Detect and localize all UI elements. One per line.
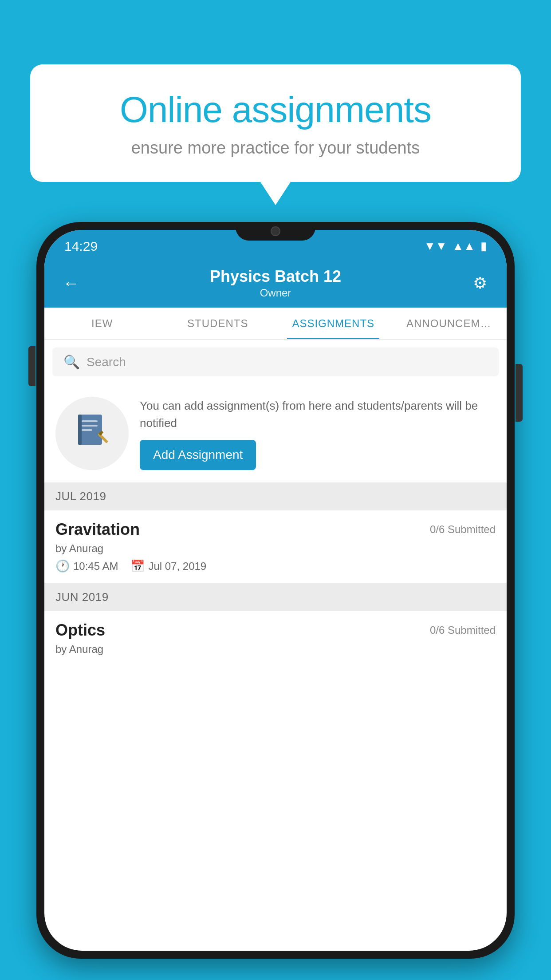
clock-icon: 🕐: [55, 559, 70, 573]
search-input[interactable]: Search: [87, 355, 126, 369]
assignment-optics[interactable]: Optics 0/6 Submitted by Anurag: [44, 611, 507, 670]
assignment-row1-optics: Optics 0/6 Submitted: [55, 621, 496, 640]
tab-iew[interactable]: IEW: [44, 308, 160, 339]
tab-students[interactable]: STUDENTS: [160, 308, 276, 339]
speech-bubble-subtitle: ensure more practice for your students: [61, 138, 490, 158]
promo-description: You can add assignment(s) from here and …: [140, 397, 496, 432]
assignment-by-gravitation: by Anurag: [55, 542, 496, 555]
signal-icon: ▲▲: [453, 239, 475, 253]
section-jul-2019: JUL 2019: [44, 482, 507, 510]
search-container: 🔍 Search: [44, 340, 507, 384]
app-header: ← Physics Batch 12 Owner ⚙: [44, 259, 507, 308]
speech-bubble-title: Online assignments: [61, 89, 490, 130]
calendar-icon: 📅: [130, 559, 145, 573]
settings-icon[interactable]: ⚙: [467, 274, 493, 292]
status-icons: ▼▼ ▲▲ ▮: [424, 239, 487, 253]
batch-title: Physics Batch 12: [84, 267, 467, 286]
svg-rect-2: [82, 420, 98, 422]
header-title-block: Physics Batch 12 Owner: [84, 267, 467, 299]
phone-notch: [236, 222, 315, 241]
assignment-name-optics: Optics: [55, 621, 105, 640]
assignment-time: 10:45 AM: [73, 560, 118, 573]
phone-camera: [271, 226, 280, 236]
date-block: 📅 Jul 07, 2019: [130, 559, 206, 573]
svg-rect-1: [78, 415, 82, 445]
time-block: 🕐 10:45 AM: [55, 559, 118, 573]
assignment-submitted-optics: 0/6 Submitted: [430, 624, 496, 636]
svg-rect-3: [82, 425, 98, 427]
assignment-name-gravitation: Gravitation: [55, 520, 140, 539]
add-assignment-button[interactable]: Add Assignment: [140, 440, 256, 470]
promo-section: You can add assignment(s) from here and …: [44, 384, 507, 482]
wifi-icon: ▼▼: [424, 239, 447, 253]
assignment-row1: Gravitation 0/6 Submitted: [55, 520, 496, 539]
batch-role: Owner: [84, 287, 467, 299]
back-button[interactable]: ←: [58, 274, 84, 293]
tab-announcements[interactable]: ANNOUNCEM…: [391, 308, 507, 339]
assignment-gravitation[interactable]: Gravitation 0/6 Submitted by Anurag 🕐 10…: [44, 510, 507, 583]
assignment-submitted-gravitation: 0/6 Submitted: [430, 523, 496, 536]
tab-assignments[interactable]: ASSIGNMENTS: [276, 308, 391, 339]
speech-bubble: Online assignments ensure more practice …: [30, 64, 521, 182]
svg-rect-4: [82, 429, 92, 431]
assignment-date: Jul 07, 2019: [148, 560, 206, 573]
phone-outer: 14:29 ▼▼ ▲▲ ▮ ← Physics Batch 12 Owner ⚙: [36, 222, 515, 959]
battery-icon: ▮: [480, 239, 487, 253]
notebook-icon: [75, 412, 110, 455]
phone-container: 14:29 ▼▼ ▲▲ ▮ ← Physics Batch 12 Owner ⚙: [36, 222, 515, 959]
tabs-bar: IEW STUDENTS ASSIGNMENTS ANNOUNCEM…: [44, 308, 507, 340]
promo-text-block: You can add assignment(s) from here and …: [140, 397, 496, 470]
search-bar[interactable]: 🔍 Search: [52, 348, 499, 376]
phone-screen: 14:29 ▼▼ ▲▲ ▮ ← Physics Batch 12 Owner ⚙: [44, 230, 507, 951]
promo-icon-circle: [55, 397, 129, 470]
section-jun-2019: JUN 2019: [44, 583, 507, 611]
assignment-by-optics: by Anurag: [55, 643, 496, 656]
assignment-meta-gravitation: 🕐 10:45 AM 📅 Jul 07, 2019: [55, 559, 496, 573]
status-time: 14:29: [64, 239, 98, 254]
speech-bubble-container: Online assignments ensure more practice …: [30, 64, 521, 182]
search-icon: 🔍: [63, 354, 80, 370]
